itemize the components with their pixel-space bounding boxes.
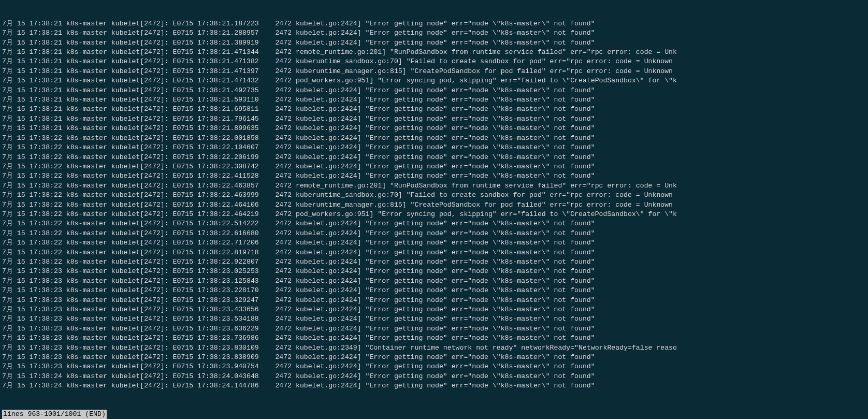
log-line: 7月 15 17:38:21 k8s-master kubelet[2472]:…: [2, 76, 866, 85]
pager-status-line: lines 963-1001/1001 (END): [2, 410, 866, 419]
log-line: 7月 15 17:38:23 k8s-master kubelet[2472]:…: [2, 286, 866, 295]
log-line: 7月 15 17:38:21 k8s-master kubelet[2472]:…: [2, 67, 866, 76]
log-line: 7月 15 17:38:22 k8s-master kubelet[2472]:…: [2, 171, 866, 181]
log-line: 7月 15 17:38:21 k8s-master kubelet[2472]:…: [2, 48, 866, 57]
log-line: 7月 15 17:38:23 k8s-master kubelet[2472]:…: [2, 314, 866, 324]
log-line: 7月 15 17:38:23 k8s-master kubelet[2472]:…: [2, 296, 866, 305]
log-line: 7月 15 17:38:21 k8s-master kubelet[2472]:…: [2, 57, 866, 66]
log-line: 7月 15 17:38:22 k8s-master kubelet[2472]:…: [2, 238, 866, 248]
log-line: 7月 15 17:38:23 k8s-master kubelet[2472]:…: [2, 324, 866, 334]
log-line: 7月 15 17:38:23 k8s-master kubelet[2472]:…: [2, 343, 866, 353]
log-line: 7月 15 17:38:24 k8s-master kubelet[2472]:…: [2, 381, 866, 391]
log-line: 7月 15 17:38:22 k8s-master kubelet[2472]:…: [2, 191, 866, 200]
log-line: 7月 15 17:38:21 k8s-master kubelet[2472]:…: [2, 105, 866, 114]
log-line: 7月 15 17:38:22 k8s-master kubelet[2472]:…: [2, 257, 866, 267]
log-line: 7月 15 17:38:22 k8s-master kubelet[2472]:…: [2, 181, 866, 191]
log-line: 7月 15 17:38:21 k8s-master kubelet[2472]:…: [2, 28, 866, 38]
log-line: 7月 15 17:38:23 k8s-master kubelet[2472]:…: [2, 353, 866, 362]
log-line: 7月 15 17:38:21 k8s-master kubelet[2472]:…: [2, 38, 866, 48]
log-line: 7月 15 17:38:22 k8s-master kubelet[2472]:…: [2, 229, 866, 238]
log-line: 7月 15 17:38:23 k8s-master kubelet[2472]:…: [2, 334, 866, 343]
log-line: 7月 15 17:38:22 k8s-master kubelet[2472]:…: [2, 210, 866, 219]
log-line: 7月 15 17:38:22 k8s-master kubelet[2472]:…: [2, 162, 866, 171]
log-line: 7月 15 17:38:23 k8s-master kubelet[2472]:…: [2, 267, 866, 276]
log-line: 7月 15 17:38:21 k8s-master kubelet[2472]:…: [2, 86, 866, 95]
log-line: 7月 15 17:38:22 k8s-master kubelet[2472]:…: [2, 219, 866, 228]
log-line: 7月 15 17:38:21 k8s-master kubelet[2472]:…: [2, 114, 866, 124]
log-line: 7月 15 17:38:21 k8s-master kubelet[2472]:…: [2, 124, 866, 133]
log-line: 7月 15 17:38:22 k8s-master kubelet[2472]:…: [2, 248, 866, 257]
log-line: 7月 15 17:38:22 k8s-master kubelet[2472]:…: [2, 153, 866, 162]
log-line: 7月 15 17:38:23 k8s-master kubelet[2472]:…: [2, 305, 866, 314]
log-line: 7月 15 17:38:21 k8s-master kubelet[2472]:…: [2, 19, 866, 28]
log-line: 7月 15 17:38:24 k8s-master kubelet[2472]:…: [2, 372, 866, 381]
pager-status-text: lines 963-1001/1001 (END): [2, 410, 107, 419]
log-line: 7月 15 17:38:22 k8s-master kubelet[2472]:…: [2, 143, 866, 152]
log-line: 7月 15 17:38:23 k8s-master kubelet[2472]:…: [2, 277, 866, 286]
terminal-output[interactable]: 7月 15 17:38:21 k8s-master kubelet[2472]:…: [0, 0, 868, 419]
log-line: 7月 15 17:38:21 k8s-master kubelet[2472]:…: [2, 95, 866, 105]
log-lines-container: 7月 15 17:38:21 k8s-master kubelet[2472]:…: [2, 19, 866, 391]
log-line: 7月 15 17:38:23 k8s-master kubelet[2472]:…: [2, 362, 866, 371]
log-line: 7月 15 17:38:22 k8s-master kubelet[2472]:…: [2, 134, 866, 143]
log-line: 7月 15 17:38:22 k8s-master kubelet[2472]:…: [2, 200, 866, 210]
